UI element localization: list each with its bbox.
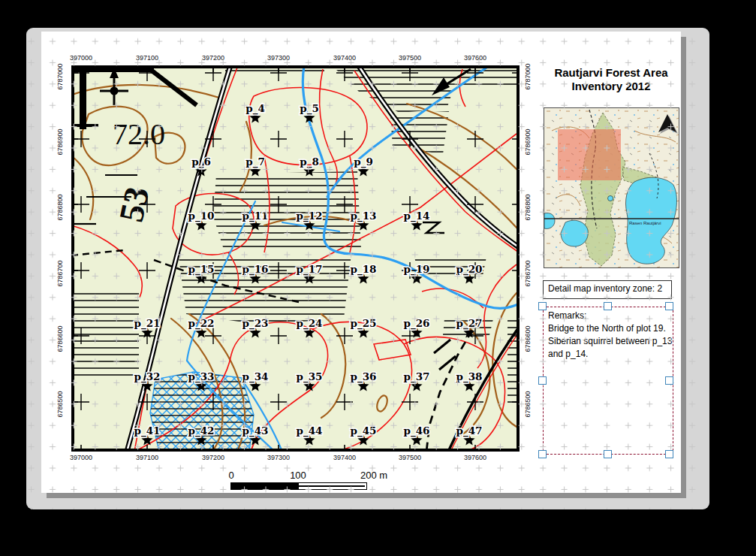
overview-map-item[interactable]: Rasen Rautjärvi	[544, 107, 679, 268]
selection-handle[interactable]	[604, 302, 612, 310]
lake-label: Rasen Rautjärvi	[629, 221, 661, 225]
detail-extent-highlight	[558, 129, 621, 180]
remarks-line: and p_14.	[548, 348, 673, 361]
scalebar-bar	[230, 482, 367, 490]
scalebar-label: 200 m	[351, 470, 396, 481]
layout-canvas[interactable]: 72.053 p_4p_5p_6p_7p_8p_9p_10p_11p_12p_1…	[26, 28, 709, 509]
selection-handle[interactable]	[604, 450, 612, 458]
screenshot-root: { "page": { "title": { "line1": "Rautjar…	[0, 0, 756, 556]
print-layout-page[interactable]: 72.053 p_4p_5p_6p_7p_8p_9p_10p_11p_12p_1…	[41, 32, 681, 493]
scalebar-label: 100	[276, 470, 321, 481]
scalebar-label: 0	[209, 470, 254, 481]
scalebar-segment-filled	[231, 483, 299, 489]
overview-map-canvas: Rasen Rautjärvi	[544, 108, 679, 267]
detail-zone-label[interactable]: Detail map inventory zone: 2	[543, 280, 672, 299]
selection-handle[interactable]	[538, 302, 547, 310]
remarks-line: Bridge to the North of plot 19.	[548, 322, 673, 335]
scalebar-item[interactable]: 0100200 m	[230, 470, 381, 494]
title-line-2: Inventory 2012	[544, 80, 679, 93]
scalebar-segment-line	[299, 485, 365, 487]
selection-handle[interactable]	[538, 450, 547, 458]
selection-handle[interactable]	[665, 376, 673, 385]
layout-title-label[interactable]: Rautjarvi Forest Area Inventory 2012	[544, 66, 679, 93]
detail-zone-text: Detail map inventory zone: 2	[548, 283, 662, 294]
selection-handle[interactable]	[665, 450, 673, 458]
right-column: Rautjarvi Forest Area Inventory 2012	[41, 32, 681, 493]
selection-handle[interactable]	[538, 376, 547, 385]
remarks-line: Siberian squirrel between p_13	[548, 335, 673, 348]
title-line-1: Rautjarvi Forest Area	[544, 66, 679, 80]
remarks-label[interactable]: Remarks:Bridge to the North of plot 19.S…	[543, 307, 673, 455]
selection-handle[interactable]	[665, 302, 673, 310]
remarks-line: Remarks:	[548, 310, 673, 322]
